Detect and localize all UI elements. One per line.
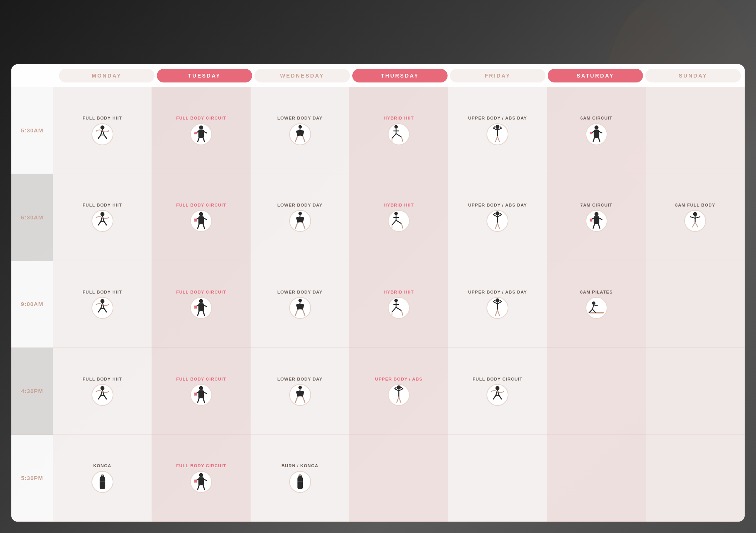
svg-rect-61: [100, 477, 105, 489]
cell-label: 6AM CIRCUIT: [580, 115, 612, 121]
cell-5:30PM-thursday: [349, 435, 448, 522]
time-cell-1: 6:30AM: [11, 174, 53, 261]
svg-rect-40: [194, 306, 197, 308]
cell-5:30PM-tuesday: FULL BODY CIRCUIT: [152, 435, 250, 522]
svg-point-27: [394, 212, 398, 215]
icon-hiit: [91, 123, 113, 145]
cell-6:30AM-saturday: 7AM CIRCUIT: [547, 174, 646, 261]
header: [11, 8, 745, 61]
svg-point-3: [96, 130, 97, 132]
svg-rect-42: [194, 308, 197, 309]
cell-9:00AM-thursday: HYBRID HIIT: [349, 261, 448, 348]
cell-9:00AM-wednesday: LOWER BODY DAY: [251, 261, 349, 348]
icon-hybrid: [388, 297, 410, 319]
cell-label: UPPER BODY / ABS DAY: [468, 115, 527, 121]
svg-point-2: [100, 125, 104, 129]
cell-label: HYBRID HIIT: [384, 202, 414, 208]
svg-point-5: [199, 125, 203, 129]
icon-lower: [289, 384, 311, 406]
cell-label: HYBRID HIIT: [384, 289, 414, 295]
svg-point-43: [298, 299, 302, 302]
svg-rect-73: [297, 481, 302, 482]
svg-point-65: [199, 473, 203, 477]
cell-5:30AM-friday: UPPER BODY / ABS DAY: [448, 87, 547, 174]
svg-rect-41: [194, 306, 197, 306]
cell-6:30AM-friday: UPPER BODY / ABS DAY: [448, 174, 547, 261]
svg-point-19: [96, 217, 97, 219]
svg-rect-66: [198, 477, 204, 485]
svg-point-47: [592, 301, 595, 305]
cell-label: LOWER BODY DAY: [277, 289, 322, 295]
cell-5:30AM-wednesday: LOWER BODY DAY: [251, 87, 349, 174]
cell-6:30AM-thursday: HYBRID HIIT: [349, 174, 448, 261]
svg-point-28: [496, 211, 500, 216]
icon-lower: [289, 123, 311, 145]
svg-point-34: [693, 212, 697, 216]
icon-konga: [289, 471, 311, 493]
cell-label: FULL BODY HIIT: [83, 202, 122, 208]
icon-circuit: [190, 471, 212, 493]
cell-5:30AM-saturday: 6AM CIRCUIT: [547, 87, 646, 174]
svg-rect-70: [297, 477, 302, 489]
svg-point-56: [298, 386, 302, 389]
cell-4:30PM-thursday: UPPER BODY / ABS: [349, 348, 448, 435]
svg-rect-31: [590, 219, 592, 221]
cell-label: FULL BODY HIIT: [83, 115, 122, 121]
cell-label: 8AM FULL BODY: [675, 202, 715, 208]
cell-9:00AM-monday: FULL BODY HIIT: [53, 261, 152, 348]
icon-upper: [486, 123, 508, 145]
svg-rect-52: [198, 390, 204, 398]
svg-point-36: [96, 304, 97, 305]
cell-label: LOWER BODY DAY: [277, 115, 322, 121]
svg-rect-14: [594, 129, 599, 138]
cell-9:00AM-friday: UPPER BODY / ABS DAY: [448, 261, 547, 348]
cell-label: FULL BODY CIRCUIT: [472, 376, 522, 382]
time-cell-4: 5:30PM: [11, 435, 53, 522]
svg-rect-15: [590, 132, 592, 134]
icon-fullbody: [684, 210, 706, 232]
cell-label: 8AM PILATES: [580, 289, 613, 295]
cell-label: KONGA: [93, 463, 112, 468]
icon-upper: [486, 297, 508, 319]
cell-5:30PM-saturday: [547, 435, 646, 522]
svg-point-21: [199, 212, 203, 216]
svg-rect-72: [299, 474, 301, 476]
icon-circuit: [190, 123, 212, 145]
main-content: MONDAY TUESDAY WEDNESDAY THURSDAY FRIDAY…: [0, 0, 756, 533]
svg-point-44: [394, 299, 398, 302]
cell-label: BURN / KONGA: [282, 463, 319, 468]
cell-5:30AM-sunday: [646, 87, 745, 174]
cell-4:30PM-wednesday: LOWER BODY DAY: [251, 348, 349, 435]
svg-rect-30: [594, 216, 599, 225]
icon-hiit: [91, 297, 113, 319]
svg-rect-53: [194, 393, 197, 395]
cell-label: FULL BODY CIRCUIT: [176, 463, 226, 468]
svg-rect-9: [194, 134, 197, 135]
schedule-table: MONDAY TUESDAY WEDNESDAY THURSDAY FRIDAY…: [11, 64, 745, 522]
svg-rect-25: [194, 221, 197, 222]
svg-rect-69: [194, 482, 197, 483]
svg-rect-16: [590, 132, 592, 132]
day-friday: FRIDAY: [450, 69, 545, 82]
svg-point-50: [108, 391, 109, 392]
svg-point-26: [298, 212, 302, 215]
cell-5:30PM-sunday: [646, 435, 745, 522]
svg-rect-63: [101, 474, 103, 476]
svg-point-29: [594, 212, 598, 216]
cell-label: FULL BODY HIIT: [83, 376, 122, 382]
icon-circuit: [586, 210, 607, 232]
svg-point-48: [100, 386, 104, 390]
cell-label: FULL BODY CIRCUIT: [176, 376, 226, 382]
cell-6:30AM-sunday: 8AM FULL BODY: [646, 174, 745, 261]
svg-rect-23: [194, 219, 197, 221]
svg-rect-55: [194, 395, 197, 396]
svg-point-37: [108, 304, 109, 305]
cell-4:30PM-saturday: [547, 348, 646, 435]
cell-label: UPPER BODY / ABS: [375, 376, 422, 382]
svg-rect-39: [198, 303, 204, 312]
day-headers: MONDAY TUESDAY WEDNESDAY THURSDAY FRIDAY…: [11, 64, 745, 87]
icon-hiit: [91, 210, 113, 232]
cell-label: LOWER BODY DAY: [277, 202, 322, 208]
icon-circuit: [190, 297, 212, 319]
icon-upper: [486, 210, 508, 232]
